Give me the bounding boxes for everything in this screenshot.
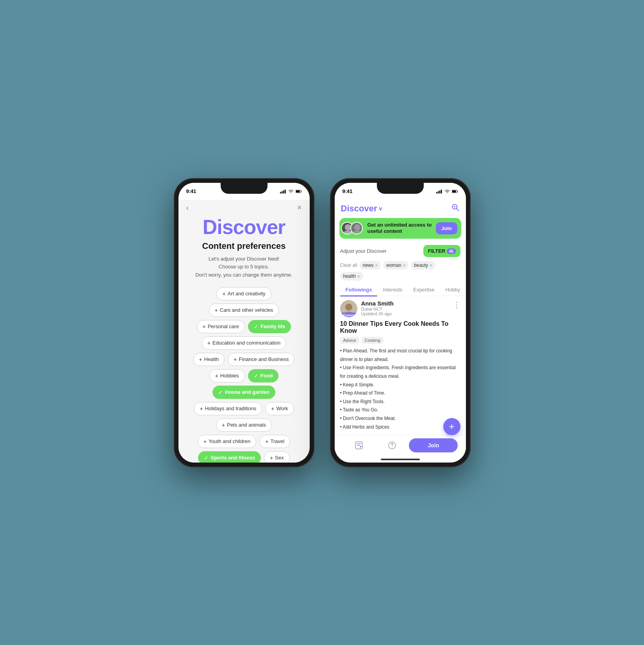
app-title: Discover <box>203 216 285 238</box>
post-more-icon-1[interactable]: ⋮ <box>453 300 460 309</box>
tag-health: health× <box>340 272 363 281</box>
topic-pill[interactable]: +Sex <box>264 451 290 463</box>
tab-expertise[interactable]: Expertise <box>408 284 440 296</box>
nav-edit-icon[interactable] <box>343 441 376 450</box>
topic-pill[interactable]: +Work <box>265 402 294 415</box>
right-status-time: 9:41 <box>343 188 353 194</box>
topic-label: Youth and children <box>209 438 250 444</box>
nav-question-icon[interactable] <box>376 441 409 450</box>
post-tags-1: Advice Cooking <box>340 337 460 344</box>
home-indicator <box>381 459 420 460</box>
check-icon: ✓ <box>254 373 259 379</box>
plus-icon: + <box>215 373 218 379</box>
topic-label: Holidays and traditions <box>205 406 257 411</box>
svg-point-13 <box>454 206 455 207</box>
svg-rect-8 <box>439 190 441 193</box>
right-battery-icon <box>452 189 458 194</box>
svg-rect-5 <box>296 190 300 192</box>
topics-grid: +Art and creativity+Cars and other vehic… <box>186 287 302 463</box>
phones-container: 9:41 <box>174 178 471 467</box>
topic-pill[interactable]: +Hobbies <box>209 369 245 382</box>
topic-label: Education and communication <box>212 340 280 346</box>
author-name-1: Anna Smith <box>361 300 449 307</box>
topic-label: Health <box>204 356 219 362</box>
header-title-text: Discover <box>341 204 377 214</box>
right-screen: 9:41 <box>335 183 466 463</box>
svg-rect-11 <box>452 190 456 192</box>
right-signal-icon <box>436 189 442 194</box>
topic-label: Finance and Business <box>239 356 289 362</box>
svg-point-19 <box>345 304 352 311</box>
back-icon[interactable]: ‹ <box>186 203 189 212</box>
plus-icon: + <box>199 356 202 363</box>
tag-health-remove[interactable]: × <box>357 274 360 279</box>
topic-pill[interactable]: +Education and communication <box>202 336 286 350</box>
fab-button[interactable]: + <box>443 418 460 435</box>
topic-pill[interactable]: +Cars and other vehicles <box>209 304 279 317</box>
topic-pill[interactable]: +Art and creativity <box>216 287 271 300</box>
plus-icon: + <box>207 340 211 346</box>
author-sub-1: Dubai NCT <box>361 307 449 311</box>
tab-followings[interactable]: Followings <box>340 284 378 296</box>
topic-pill[interactable]: ✓Food <box>248 369 279 382</box>
topic-pill[interactable]: +Finance and Business <box>228 353 294 366</box>
topic-pill[interactable]: +Health <box>193 353 225 366</box>
plus-icon: + <box>271 406 274 412</box>
author-info-1: Anna Smith Dubai NCT Updated 2h ago <box>361 300 449 316</box>
right-status-icons <box>436 189 458 194</box>
topic-pill[interactable]: +Personal care <box>197 320 245 333</box>
topic-label: Family life <box>260 323 285 329</box>
post-card-1: Expert Anna Smith Dubai NCT Updated 2h a… <box>340 300 460 434</box>
plus-icon: + <box>215 307 218 313</box>
topic-pill[interactable]: +Youth and children <box>198 435 256 448</box>
topic-pill[interactable]: ✓House and garden <box>212 386 275 399</box>
bottom-nav: Join <box>335 435 466 457</box>
topic-label: Sports and fitness <box>211 455 255 461</box>
svg-rect-7 <box>438 191 439 193</box>
author-avatar-1: Expert <box>340 300 357 317</box>
svg-point-25 <box>392 447 392 447</box>
clear-all-button[interactable]: Clear all <box>340 263 357 268</box>
promo-avatar-2 <box>350 222 363 234</box>
topic-label: Personal care <box>208 323 239 329</box>
plus-icon: + <box>270 455 273 461</box>
plus-icon: + <box>234 356 237 363</box>
tag-beauty-remove[interactable]: × <box>430 263 432 268</box>
promo-banner: Get an unlimited access to useful conten… <box>339 218 461 239</box>
chevron-down-icon[interactable]: ∨ <box>378 205 382 212</box>
topic-pill[interactable]: +Travel <box>259 435 290 448</box>
right-status-bar: 9:41 <box>335 183 466 200</box>
topic-label: Travel <box>270 438 284 444</box>
topic-pill[interactable]: +Pets and animals <box>216 418 272 432</box>
filter-label: FILTER <box>428 248 446 254</box>
tab-hobby[interactable]: Hobby <box>440 284 466 296</box>
left-status-time: 9:41 <box>186 188 196 194</box>
svg-rect-6 <box>436 192 437 193</box>
author-row-1: Expert Anna Smith Dubai NCT Updated 2h a… <box>340 300 460 317</box>
svg-rect-2 <box>283 190 284 193</box>
svg-rect-1 <box>282 191 283 193</box>
post-tag-advice[interactable]: Advice <box>340 337 359 344</box>
search-icon[interactable] <box>451 203 460 214</box>
topic-pill[interactable]: ✓Sports and fitness <box>198 451 260 463</box>
topic-label: Cars and other vehicles <box>220 307 273 313</box>
topic-label: Sex <box>275 455 284 461</box>
feed-content: Expert Anna Smith Dubai NCT Updated 2h a… <box>335 296 466 434</box>
tab-interests[interactable]: Interests <box>377 284 408 296</box>
notch <box>221 183 268 194</box>
plus-icon: + <box>203 438 207 445</box>
check-icon: ✓ <box>254 323 259 330</box>
promo-join-button[interactable]: Join <box>436 222 457 234</box>
topic-pill[interactable]: ✓Family life <box>248 320 291 333</box>
topic-pill[interactable]: +Holidays and traditions <box>194 402 262 415</box>
tag-news-remove[interactable]: × <box>375 263 378 268</box>
bottom-join-button[interactable]: Join <box>409 438 458 452</box>
filter-row: Adjust your Discover FILTER 45 <box>335 243 466 259</box>
right-phone: 9:41 <box>330 178 471 467</box>
close-icon[interactable]: × <box>297 203 302 212</box>
topic-label: Work <box>276 406 288 411</box>
filter-button[interactable]: FILTER 45 <box>423 245 460 257</box>
tag-woman-remove[interactable]: × <box>403 263 405 268</box>
plus-icon: + <box>222 422 225 428</box>
post-tag-cooking[interactable]: Cooking <box>362 337 384 344</box>
